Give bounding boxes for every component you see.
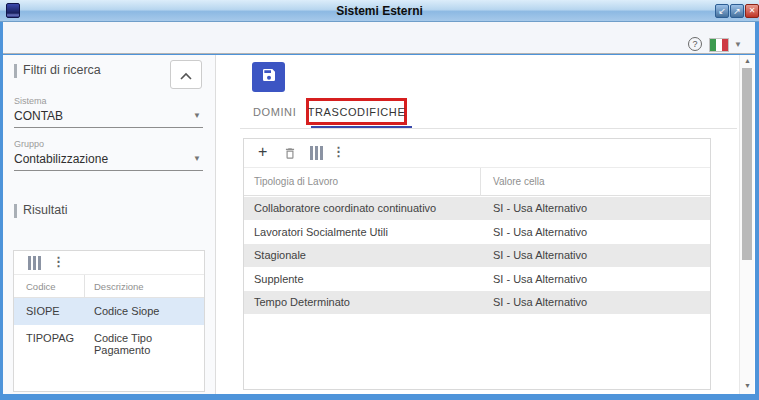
- gruppo-field-label: Gruppo: [14, 139, 44, 149]
- cell-valore: SI - Usa Alternativo: [493, 273, 587, 285]
- tabs-baseline: [240, 128, 737, 129]
- cell-descrizione: Codice Siope: [94, 305, 159, 317]
- kebab-menu-icon[interactable]: ⋮: [52, 255, 65, 269]
- restore-window-icon[interactable]: ↙: [715, 4, 729, 18]
- cell-codice: TIPOPAG: [26, 332, 74, 344]
- gruppo-caret-icon[interactable]: ▼: [193, 154, 201, 163]
- table-row[interactable]: SIOPE Codice Siope: [14, 298, 204, 325]
- gruppo-select[interactable]: Contabilizzazione: [14, 152, 108, 166]
- trascodifiche-table: + ⋮ Tipologia di Lavoro Valore cella Col…: [243, 138, 711, 390]
- cell-valore: SI - Usa Alternativo: [493, 296, 587, 308]
- cell-tipologia: Supplente: [254, 273, 304, 285]
- col-tipologia: Tipologia di Lavoro: [254, 176, 338, 187]
- scroll-down-icon[interactable]: ▼: [740, 382, 755, 389]
- results-header-row: Codice Descrizione: [14, 274, 204, 298]
- annotation-highlight-box: TRASCODIFICHE: [306, 98, 407, 125]
- cell-tipologia: Tempo Determinato: [254, 296, 350, 308]
- italian-flag-icon[interactable]: [709, 38, 729, 52]
- cell-valore: SI - Usa Alternativo: [493, 202, 587, 214]
- results-section-title: Risultati: [23, 203, 67, 217]
- results-toolbar: ⋮: [14, 251, 204, 274]
- table-row[interactable]: TIPOPAG Codice Tipo Pagamento: [14, 325, 204, 352]
- table-row[interactable]: Stagionale SI - Usa Alternativo: [244, 244, 710, 267]
- cell-tipologia: Lavoratori Socialmente Utili: [254, 226, 388, 238]
- table-row[interactable]: Lavoratori Socialmente Utili SI - Usa Al…: [244, 221, 710, 244]
- section-accent-bar: [14, 204, 17, 218]
- cell-tipologia: Collaboratore coordinato continuativo: [254, 202, 436, 214]
- app-window: Sistemi Esterni ↙ ↗ ✕ ? ▼ Filtri di rice…: [0, 0, 759, 400]
- table-row[interactable]: Supplente SI - Usa Alternativo: [244, 268, 710, 291]
- floppy-save-icon: [261, 67, 277, 87]
- add-row-icon[interactable]: +: [258, 145, 267, 159]
- results-col-codice: Codice: [26, 281, 56, 292]
- table-header-row: Tipologia di Lavoro Valore cella: [244, 168, 710, 196]
- kebab-menu-icon[interactable]: ⋮: [332, 145, 345, 159]
- cell-valore: SI - Usa Alternativo: [493, 249, 587, 261]
- table-row[interactable]: Tempo Determinato SI - Usa Alternativo: [244, 291, 710, 314]
- sistema-field-label: Sistema: [14, 96, 47, 106]
- column-divider: [480, 168, 481, 196]
- column-chooser-icon[interactable]: [310, 146, 323, 164]
- chevron-up-icon: [180, 66, 192, 84]
- cell-valore: SI - Usa Alternativo: [493, 226, 587, 238]
- cell-tipologia: Stagionale: [254, 249, 306, 261]
- cell-codice: SIOPE: [26, 305, 60, 317]
- table-row[interactable]: Collaboratore coordinato continuativo SI…: [244, 197, 710, 220]
- titlebar: Sistemi Esterni ↙ ↗ ✕: [0, 0, 759, 22]
- header-strip: [3, 22, 755, 54]
- scroll-up-icon[interactable]: ▲: [740, 57, 755, 64]
- sistema-caret-icon[interactable]: ▼: [193, 111, 201, 120]
- column-divider: [84, 275, 85, 299]
- close-window-icon[interactable]: ✕: [745, 4, 759, 18]
- maximize-window-icon[interactable]: ↗: [730, 4, 744, 18]
- tab-trascodifiche[interactable]: TRASCODIFICHE: [308, 106, 406, 118]
- collapse-filters-button[interactable]: [170, 60, 202, 89]
- gruppo-underline: [14, 170, 203, 171]
- results-col-descrizione: Descrizione: [94, 281, 144, 292]
- sistema-select[interactable]: CONTAB: [14, 109, 63, 123]
- filters-section-title: Filtri di ricerca: [23, 63, 101, 77]
- col-valore-cella: Valore cella: [493, 176, 545, 187]
- results-table: ⋮ Codice Descrizione SIOPE Codice Siope …: [13, 250, 205, 392]
- save-button[interactable]: [252, 62, 285, 92]
- vertical-scrollbar[interactable]: ▲ ▼: [739, 55, 754, 394]
- section-accent-bar: [14, 64, 17, 78]
- cell-descrizione: Codice Tipo Pagamento: [94, 332, 204, 356]
- help-icon[interactable]: ?: [688, 37, 702, 51]
- column-chooser-icon[interactable]: [28, 256, 41, 274]
- sistema-underline: [14, 127, 203, 128]
- tab-domini[interactable]: DOMINI: [253, 106, 296, 118]
- delete-row-icon[interactable]: [283, 146, 297, 165]
- scrollbar-thumb[interactable]: [742, 68, 752, 260]
- table-toolbar: + ⋮: [244, 139, 710, 168]
- language-caret-icon[interactable]: ▼: [734, 40, 742, 49]
- window-title: Sistemi Esterni: [0, 4, 759, 18]
